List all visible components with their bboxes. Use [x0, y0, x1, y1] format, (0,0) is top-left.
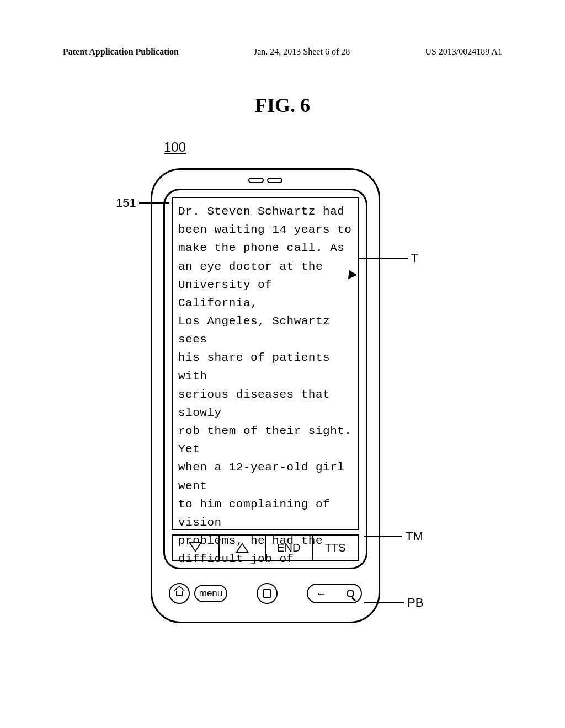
home-button[interactable]	[169, 583, 190, 604]
center-button[interactable]	[257, 583, 278, 604]
back-arrow-icon: ←	[316, 587, 327, 600]
label-TM: TM	[406, 529, 423, 544]
speaker-hole	[248, 178, 264, 183]
page-header: Patent Application Publication Jan. 24, …	[0, 47, 565, 57]
label-PB: PB	[407, 596, 423, 610]
leader-151	[139, 202, 169, 204]
label-151: 151	[116, 196, 136, 210]
header-center: Jan. 24, 2013 Sheet 6 of 28	[254, 47, 350, 57]
reference-100: 100	[164, 140, 186, 155]
menu-button[interactable]: menu	[194, 585, 227, 602]
header-right: US 2013/0024189 A1	[425, 47, 502, 57]
back-search-button[interactable]: ←	[307, 584, 362, 603]
home-base-icon	[176, 591, 183, 596]
speaker-hole	[267, 178, 282, 183]
phone-body: Dr. Steven Schwartz had been waiting 14 …	[151, 168, 380, 623]
square-icon	[263, 589, 271, 598]
label-T: T	[411, 251, 418, 265]
hw-left-group: menu	[169, 583, 227, 604]
toolbar: END TTS	[172, 534, 359, 561]
speaker	[248, 178, 282, 183]
end-button[interactable]: END	[265, 534, 313, 561]
figure-title: FIG. 6	[0, 94, 565, 117]
leader-PB	[364, 602, 404, 603]
screen: Dr. Steven Schwartz had been waiting 14 …	[163, 189, 367, 569]
leader-TM	[364, 536, 402, 537]
scroll-up-button[interactable]	[218, 534, 266, 561]
home-icon	[174, 590, 184, 597]
text-display-area[interactable]: Dr. Steven Schwartz had been waiting 14 …	[172, 197, 359, 530]
tts-button[interactable]: TTS	[312, 534, 360, 561]
triangle-down-icon	[190, 543, 201, 552]
header-left: Patent Application Publication	[63, 47, 179, 57]
leader-T	[358, 258, 408, 259]
article-text: Dr. Steven Schwartz had been waiting 14 …	[178, 202, 353, 569]
search-icon	[347, 590, 354, 597]
scroll-down-button[interactable]	[172, 534, 220, 561]
hardware-buttons: menu ←	[169, 583, 362, 604]
